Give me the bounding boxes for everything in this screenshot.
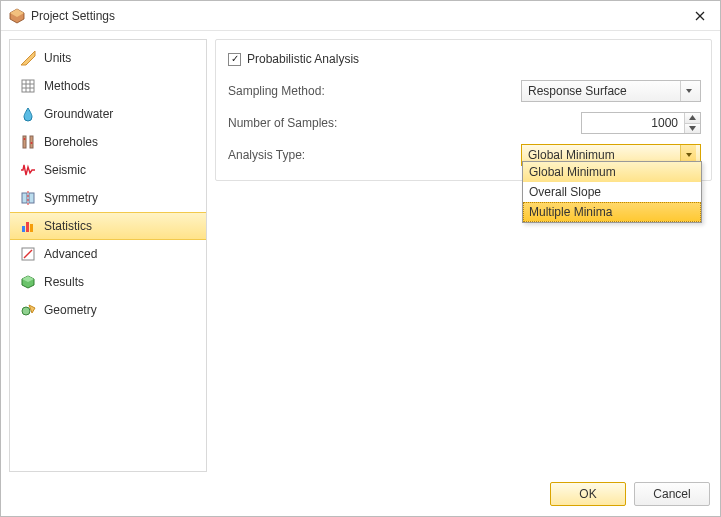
sidebar-item-label: Geometry [44, 303, 97, 317]
dropdown-option-label: Multiple Minima [529, 205, 612, 219]
sampling-method-combo[interactable]: Response Surface [521, 80, 701, 102]
sidebar-item-advanced[interactable]: Advanced [10, 240, 206, 268]
sidebar-item-label: Boreholes [44, 135, 98, 149]
advanced-icon [20, 246, 36, 262]
spinner-down-button[interactable] [685, 123, 700, 134]
probabilistic-group: ✓ Probabilistic Analysis Sampling Method… [215, 39, 712, 181]
water-drop-icon [20, 106, 36, 122]
dropdown-option[interactable]: Overall Slope [523, 182, 701, 202]
window-title: Project Settings [31, 9, 115, 23]
svg-marker-28 [689, 126, 696, 131]
svg-marker-4 [21, 51, 35, 65]
svg-rect-19 [30, 224, 33, 232]
num-samples-spinner[interactable]: 1000 [581, 112, 701, 134]
svg-point-12 [24, 138, 26, 140]
sidebar-item-seismic[interactable]: Seismic [10, 156, 206, 184]
cube-icon [20, 274, 36, 290]
sidebar-item-methods[interactable]: Methods [10, 72, 206, 100]
cancel-button[interactable]: Cancel [634, 482, 710, 506]
cancel-label: Cancel [653, 487, 690, 501]
num-samples-label: Number of Samples: [228, 116, 448, 130]
grid-icon [20, 78, 36, 94]
chevron-down-icon [680, 81, 696, 101]
svg-point-24 [22, 307, 30, 315]
seismic-icon [20, 162, 36, 178]
sidebar-item-groundwater[interactable]: Groundwater [10, 100, 206, 128]
svg-marker-26 [686, 89, 692, 93]
sidebar-item-results[interactable]: Results [10, 268, 206, 296]
boreholes-icon [20, 134, 36, 150]
sidebar-item-label: Statistics [44, 219, 92, 233]
svg-rect-15 [29, 193, 34, 203]
svg-rect-17 [22, 226, 25, 232]
sampling-method-label: Sampling Method: [228, 84, 448, 98]
app-icon [9, 8, 25, 24]
analysis-type-value: Global Minimum [528, 148, 680, 162]
sidebar-item-label: Seismic [44, 163, 86, 177]
project-settings-dialog: Project Settings Units Methods [0, 0, 721, 517]
symmetry-icon [20, 190, 36, 206]
dialog-footer: OK Cancel [1, 472, 720, 516]
titlebar: Project Settings [1, 1, 720, 31]
sidebar-item-label: Symmetry [44, 191, 98, 205]
ok-label: OK [579, 487, 596, 501]
ok-button[interactable]: OK [550, 482, 626, 506]
close-icon [695, 8, 705, 24]
geometry-icon [20, 302, 36, 318]
ruler-icon [20, 50, 36, 66]
sidebar-item-label: Methods [44, 79, 90, 93]
dropdown-option[interactable]: Multiple Minima [523, 202, 701, 222]
analysis-type-dropdown[interactable]: Global Minimum Overall Slope Multiple Mi… [522, 161, 702, 223]
analysis-type-label: Analysis Type: [228, 148, 448, 162]
svg-rect-10 [23, 136, 26, 148]
sidebar-item-symmetry[interactable]: Symmetry [10, 184, 206, 212]
sidebar-item-units[interactable]: Units [10, 44, 206, 72]
svg-marker-27 [689, 115, 696, 120]
dropdown-option-label: Global Minimum [529, 165, 616, 179]
svg-rect-5 [22, 80, 34, 92]
probabilistic-checkbox[interactable]: ✓ [228, 53, 241, 66]
sidebar: Units Methods Groundwater Boreholes [9, 39, 207, 472]
dropdown-option-label: Overall Slope [529, 185, 601, 199]
sidebar-item-statistics[interactable]: Statistics [10, 212, 206, 240]
sidebar-item-label: Units [44, 51, 71, 65]
sidebar-item-boreholes[interactable]: Boreholes [10, 128, 206, 156]
bar-chart-icon [20, 218, 36, 234]
sampling-method-value: Response Surface [528, 84, 680, 98]
svg-point-13 [31, 142, 33, 144]
dropdown-option[interactable]: Global Minimum [523, 162, 701, 182]
sidebar-item-label: Groundwater [44, 107, 113, 121]
probabilistic-label: Probabilistic Analysis [247, 52, 359, 66]
svg-rect-14 [22, 193, 27, 203]
content-panel: ✓ Probabilistic Analysis Sampling Method… [215, 39, 712, 472]
svg-marker-29 [686, 153, 692, 157]
num-samples-value: 1000 [582, 113, 684, 133]
close-button[interactable] [680, 1, 720, 31]
sidebar-item-label: Advanced [44, 247, 97, 261]
check-icon: ✓ [231, 54, 239, 64]
svg-rect-18 [26, 222, 29, 232]
sidebar-item-geometry[interactable]: Geometry [10, 296, 206, 324]
sidebar-item-label: Results [44, 275, 84, 289]
spinner-up-button[interactable] [685, 113, 700, 123]
